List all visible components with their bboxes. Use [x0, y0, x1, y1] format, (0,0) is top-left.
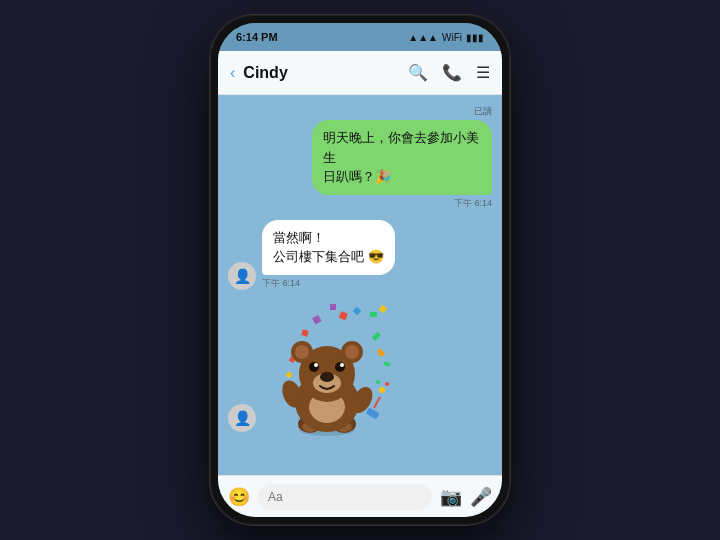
message-row-sent: 已讀 明天晚上，你會去參加小美生日趴嗎？🎉 下午 6:14	[228, 105, 492, 210]
svg-point-26	[376, 380, 380, 384]
chat-area: 已讀 明天晚上，你會去參加小美生日趴嗎？🎉 下午 6:14 👤 當然啊！公司樓下…	[218, 95, 502, 475]
svg-point-36	[314, 363, 318, 367]
back-chevron-icon: ‹	[230, 64, 235, 82]
svg-point-24	[379, 387, 385, 393]
battery-icon: ▮▮▮	[466, 32, 484, 43]
search-icon[interactable]: 🔍	[408, 63, 428, 82]
avatar: 👤	[228, 262, 256, 290]
svg-rect-11	[383, 361, 390, 367]
svg-rect-4	[312, 314, 322, 324]
message-input[interactable]	[258, 484, 432, 510]
svg-rect-1	[353, 306, 361, 314]
svg-rect-22	[366, 407, 380, 419]
chat-header: ‹ Cindy 🔍 📞 ☰	[218, 51, 502, 95]
bear-sticker-svg	[262, 302, 392, 442]
signal-icon: ▲▲▲	[408, 32, 438, 43]
header-action-icons: 🔍 📞 ☰	[408, 63, 490, 82]
sent-bubble: 明天晚上，你會去參加小美生日趴嗎？🎉	[312, 120, 492, 195]
svg-rect-6	[372, 331, 381, 340]
svg-point-35	[335, 362, 345, 372]
svg-rect-12	[285, 371, 292, 378]
sticker-row: 👤	[228, 302, 492, 432]
menu-icon[interactable]: ☰	[476, 63, 490, 82]
sent-time: 下午 6:14	[454, 197, 492, 210]
mic-icon[interactable]: 🎤	[470, 486, 492, 508]
svg-point-33	[320, 372, 334, 382]
sticker-container	[262, 302, 392, 432]
sticker-sender-avatar: 👤	[228, 404, 256, 432]
svg-point-29	[295, 345, 309, 359]
svg-point-34	[309, 362, 319, 372]
read-label: 已讀	[474, 105, 492, 118]
phone-screen: 6:14 PM ▲▲▲ WiFi ▮▮▮ ‹ Cindy 🔍 📞 ☰	[218, 23, 502, 517]
received-bubble-wrapper: 當然啊！公司樓下集合吧 😎 下午 6:14	[262, 220, 395, 290]
received-time: 下午 6:14	[262, 277, 300, 290]
svg-point-25	[385, 382, 389, 386]
svg-point-37	[340, 363, 344, 367]
message-row-received: 👤 當然啊！公司樓下集合吧 😎 下午 6:14	[228, 220, 492, 290]
camera-icon[interactable]: 📷	[440, 486, 462, 508]
svg-rect-10	[330, 304, 336, 310]
back-button[interactable]: ‹	[230, 64, 235, 82]
received-bubble: 當然啊！公司樓下集合吧 😎	[262, 220, 395, 275]
svg-rect-2	[370, 312, 377, 317]
call-icon[interactable]: 📞	[442, 63, 462, 82]
svg-rect-8	[377, 348, 385, 357]
status-bar: 6:14 PM ▲▲▲ WiFi ▮▮▮	[218, 23, 502, 51]
status-icons: ▲▲▲ WiFi ▮▮▮	[408, 32, 484, 43]
phone-frame: 6:14 PM ▲▲▲ WiFi ▮▮▮ ‹ Cindy 🔍 📞 ☰	[210, 15, 510, 525]
svg-rect-0	[339, 311, 348, 320]
sent-bubble-wrapper: 已讀 明天晚上，你會去參加小美生日趴嗎？🎉 下午 6:14	[312, 105, 492, 210]
svg-rect-5	[301, 329, 308, 336]
status-time: 6:14 PM	[236, 31, 278, 43]
svg-line-23	[374, 397, 380, 408]
wifi-icon: WiFi	[442, 32, 462, 43]
svg-point-31	[345, 345, 359, 359]
chat-contact-name: Cindy	[243, 64, 400, 82]
emoji-icon[interactable]: 😊	[228, 486, 250, 508]
svg-rect-3	[379, 304, 387, 312]
input-bar: 😊 📷 🎤	[218, 475, 502, 517]
